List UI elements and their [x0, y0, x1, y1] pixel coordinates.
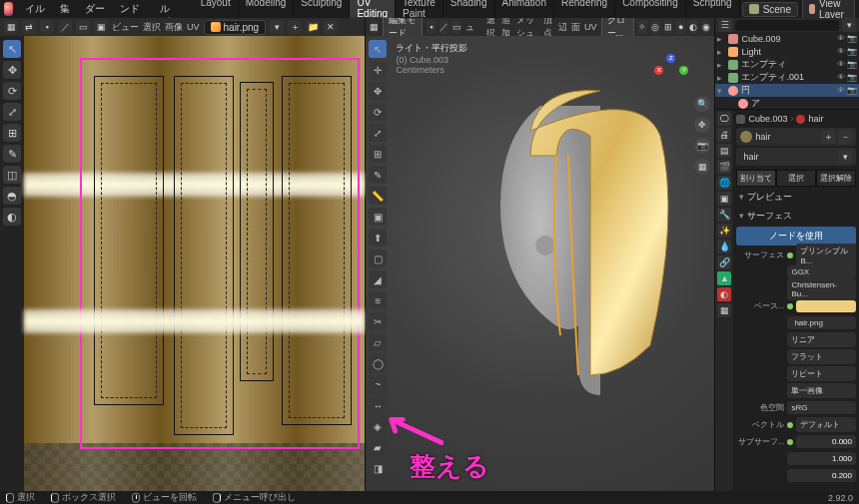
projection-select[interactable]: フラット — [787, 349, 856, 364]
uv-image-open-icon[interactable]: 📁 — [306, 20, 320, 34]
distribution-select[interactable]: GGX — [787, 265, 856, 278]
view-tool-move[interactable]: ✥ — [369, 82, 387, 100]
view-tool-loopcut[interactable]: ≡ — [369, 291, 387, 309]
uv-face-select-icon[interactable]: ▭ — [76, 20, 90, 34]
slot-remove-icon[interactable]: － — [838, 130, 852, 144]
eye-icon[interactable]: 👁 — [837, 34, 845, 43]
proptab-render[interactable]: 🖵 — [717, 112, 731, 126]
view-menu-uv[interactable]: UV — [584, 22, 597, 32]
uv-island[interactable] — [174, 76, 234, 435]
proptab-modifier[interactable]: 🔧 — [717, 208, 731, 222]
uv-edge-select-icon[interactable]: ／ — [58, 20, 72, 34]
view-tool-addcube[interactable]: ▣ — [369, 208, 387, 226]
surface-shader-select[interactable]: プリンシプルB... — [796, 244, 856, 267]
uv-tool-move[interactable]: ✥ — [3, 61, 21, 79]
uv-sync-icon[interactable]: ⇄ — [22, 20, 36, 34]
select-face-icon[interactable]: ▭ — [452, 20, 461, 34]
view-tool-annotate[interactable]: ✎ — [369, 166, 387, 184]
image-texture-file[interactable]: hair.png — [787, 316, 856, 329]
view-tool-knife[interactable]: ✂ — [369, 312, 387, 330]
view-menu-add[interactable]: 追加 — [501, 18, 512, 36]
viewport-type-icon[interactable]: ▦ — [370, 20, 379, 34]
subsurface-value[interactable]: 0.000 — [796, 435, 856, 448]
uv-image-browse-icon[interactable]: ▾ — [270, 20, 284, 34]
mat-select-button[interactable]: 選択 — [776, 170, 816, 187]
uv-island[interactable] — [94, 76, 164, 405]
view-tool-rotate[interactable]: ⟳ — [369, 103, 387, 121]
mode-selector[interactable]: 編集モード — [383, 18, 423, 36]
uv-island[interactable] — [240, 82, 274, 381]
proptab-constraint[interactable]: 🔗 — [717, 255, 731, 269]
proptab-output[interactable]: 🖨 — [717, 128, 731, 142]
uv-image-new-icon[interactable]: ＋ — [288, 20, 302, 34]
view-menu-vertex[interactable]: 頂点 — [543, 18, 554, 36]
shade-wire-icon[interactable]: ⊞ — [664, 20, 673, 34]
shade-solid-icon[interactable]: ● — [676, 20, 685, 34]
view-tool-polybuild[interactable]: ▱ — [369, 333, 387, 351]
view-menu-edge[interactable]: 辺 — [558, 21, 567, 34]
view-tool-transform[interactable]: ⊞ — [369, 145, 387, 163]
outliner-filter-icon[interactable]: ▾ — [842, 18, 856, 32]
slot-add-icon[interactable]: ＋ — [821, 130, 835, 144]
proptab-texture[interactable]: ▦ — [717, 303, 731, 317]
render-icon[interactable]: 📷 — [847, 73, 857, 82]
material-datablock[interactable]: hair ▾ — [736, 148, 856, 166]
uv-editor-type-icon[interactable]: ▦ — [4, 20, 18, 34]
proptab-physics[interactable]: 💧 — [717, 240, 731, 253]
uv-island[interactable] — [282, 76, 352, 425]
proptab-world[interactable]: 🌐 — [717, 176, 731, 190]
move-view-icon[interactable]: ✥ — [694, 117, 710, 133]
material-slot[interactable]: hair ＋ － — [736, 128, 856, 146]
numeric-field[interactable]: 0.200 — [787, 469, 856, 482]
camera-icon[interactable]: 📷 — [694, 138, 710, 154]
outliner-type-icon[interactable]: ☰ — [718, 18, 732, 32]
gizmo-x[interactable]: X — [654, 66, 663, 75]
scene-selector[interactable]: Scene — [742, 2, 798, 17]
uv-menu-view[interactable]: ビュー — [112, 21, 139, 34]
uv-tool-grab[interactable]: ◓ — [3, 187, 21, 205]
shade-rendered-icon[interactable]: ◉ — [702, 20, 711, 34]
render-icon[interactable]: 📷 — [847, 34, 857, 43]
uv-tool-rotate[interactable]: ⟳ — [3, 82, 21, 100]
source-select[interactable]: 単一画像 — [787, 383, 856, 398]
view-tool-cursor[interactable]: ✛ — [369, 61, 387, 79]
section-preview[interactable]: プレビュー — [736, 189, 856, 206]
snap-icon[interactable]: ✧ — [638, 20, 647, 34]
uv-tool-pinch[interactable]: ◐ — [3, 208, 21, 226]
extension-select[interactable]: リピート — [787, 366, 856, 381]
gizmo-z[interactable]: Z — [666, 54, 675, 63]
section-surface[interactable]: サーフェス — [736, 208, 856, 225]
uv-menu-uv[interactable]: UV — [187, 22, 200, 32]
view-tool-rip[interactable]: ◨ — [369, 459, 387, 477]
select-vert-icon[interactable]: ▪ — [427, 20, 435, 34]
outliner-row[interactable]: ▸エンプティ👁📷 — [715, 58, 859, 71]
outliner-row[interactable]: ▸Cube.009👁📷 — [715, 32, 859, 45]
uv-image-filename-field[interactable]: hair.png — [204, 20, 267, 35]
view-tool-slide[interactable]: ↔ — [369, 396, 387, 414]
view-tool-smooth[interactable]: ~ — [369, 375, 387, 393]
zoom-icon[interactable]: 🔍 — [694, 96, 710, 112]
view-tool-inset[interactable]: ▢ — [369, 250, 387, 267]
eye-icon[interactable]: 👁 — [837, 60, 845, 69]
view-tool-scale[interactable]: ⤢ — [369, 124, 387, 142]
subsurf-method-select[interactable]: Christensen-Bu... — [787, 278, 856, 300]
propedit-icon[interactable]: ◎ — [651, 20, 660, 34]
view-tool-bevel[interactable]: ◢ — [369, 270, 387, 288]
select-edge-icon[interactable]: ／ — [439, 20, 448, 34]
transform-orientation[interactable]: グロー... — [601, 18, 635, 36]
uv-vert-select-icon[interactable]: ▪ — [40, 20, 54, 34]
render-icon[interactable]: 📷 — [847, 60, 857, 69]
uv-menu-select[interactable]: 選択 — [143, 21, 161, 34]
render-icon[interactable]: 📷 — [847, 47, 857, 56]
mat-deselect-button[interactable]: 選択解除 — [816, 170, 856, 187]
mat-assign-button[interactable]: 割り当て — [736, 170, 776, 187]
vector-select[interactable]: デフォルト — [796, 417, 856, 432]
view-menu-face[interactable]: 面 — [571, 21, 580, 34]
proptab-object[interactable]: ▣ — [717, 192, 731, 206]
proptab-meshdata[interactable]: ▲ — [717, 271, 731, 285]
numeric-field[interactable]: 1.000 — [787, 452, 856, 465]
shade-matprev-icon[interactable]: ◐ — [689, 20, 698, 34]
uv-tool-annotate[interactable]: ✎ — [3, 145, 21, 163]
uv-tool-transform[interactable]: ⊞ — [3, 124, 21, 142]
uv-image-unlink-icon[interactable]: ✕ — [324, 20, 338, 34]
